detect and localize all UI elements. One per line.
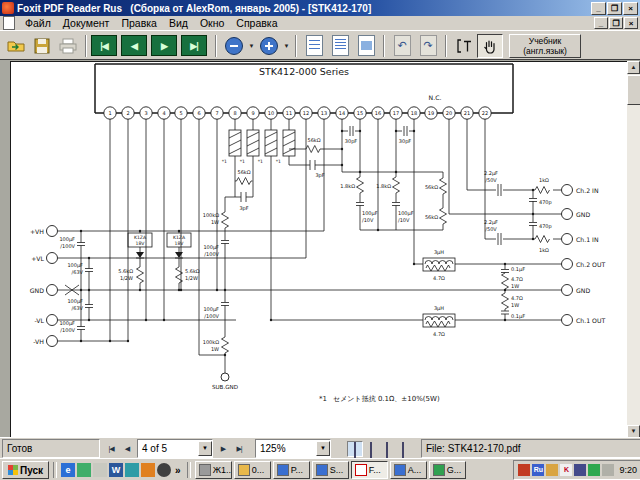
svg-text:9: 9 (251, 110, 254, 116)
tray-app-icon[interactable] (546, 464, 558, 476)
tray-kaspersky-icon[interactable]: K (560, 464, 572, 476)
quicklaunch-mail-icon[interactable] (77, 463, 91, 477)
titlebar[interactable]: Foxit PDF Reader Rus (Сборка от AlexRom,… (0, 0, 640, 16)
task-label: Ж1... (213, 465, 232, 475)
task-icon (277, 464, 289, 476)
tray-app-icon[interactable] (588, 464, 600, 476)
hand-tool-icon (482, 38, 498, 54)
zoom-out-icon (225, 37, 243, 55)
menu-help[interactable]: Справка (230, 17, 283, 29)
status-previous-page-button[interactable]: ◀ (119, 441, 135, 457)
quicklaunch-word-icon[interactable]: W (109, 463, 123, 477)
rotate-left-button[interactable]: ↶ (389, 34, 415, 58)
tray-antivirus-icon[interactable] (518, 464, 530, 476)
svg-text:K1ZA: K1ZA (173, 235, 186, 240)
fit-width-icon (306, 35, 323, 56)
layout-continuous-button[interactable] (363, 441, 379, 457)
first-page-button[interactable]: |◀ (91, 35, 117, 56)
status-last-page-button[interactable]: ▶| (231, 441, 247, 457)
quicklaunch-orange-app-icon[interactable] (141, 463, 155, 477)
fit-page-button[interactable] (353, 34, 379, 58)
scroll-up-button[interactable]: ▲ (627, 61, 640, 74)
pdf-page: STK412-000 Series N.C. 1 2 (10, 61, 627, 439)
layout-continuous-facing-button[interactable] (395, 441, 411, 457)
menu-view[interactable]: Вид (163, 17, 194, 29)
svg-text:17: 17 (393, 110, 399, 116)
child-minimize-button[interactable]: _ (594, 17, 608, 29)
layout-single-page-button[interactable] (347, 441, 363, 457)
child-close-button[interactable]: × (624, 17, 638, 29)
restore-button[interactable]: ❐ (607, 2, 622, 15)
terminal-vl-minus: -VL (34, 317, 44, 324)
taskbar-task-3[interactable]: P... (273, 461, 310, 479)
svg-text:12: 12 (303, 110, 309, 116)
svg-text:100µF: 100µF (203, 244, 219, 251)
task-icon (433, 464, 445, 476)
vertical-scrollbar[interactable]: ▲ ▼ (627, 61, 640, 438)
terminal-gnd-in: GND (576, 211, 590, 218)
svg-text:100µF: 100µF (398, 210, 414, 217)
page-combo-arrow-icon[interactable]: ▼ (198, 441, 212, 456)
svg-text:22: 22 (482, 110, 488, 116)
zoom-in-dropdown[interactable]: ▼ (282, 43, 291, 49)
scrollbar-thumb[interactable] (627, 75, 640, 105)
status-next-page-button[interactable]: ▶ (215, 441, 231, 457)
svg-text:18V: 18V (175, 241, 185, 246)
minimize-button[interactable]: _ (591, 2, 606, 15)
document-area: STK412-000 Series N.C. 1 2 (0, 59, 640, 438)
svg-text:5: 5 (179, 110, 182, 116)
quicklaunch-ie-icon[interactable]: e (61, 463, 75, 477)
hand-tool-button[interactable] (477, 34, 503, 58)
rotate-right-button[interactable]: ↷ (415, 34, 441, 58)
zoom-combo-arrow-icon[interactable]: ▼ (316, 441, 330, 456)
fit-width-button[interactable] (301, 34, 327, 58)
taskbar-separator (187, 462, 191, 478)
taskbar-task-1[interactable]: Ж1... (195, 461, 232, 479)
previous-page-button[interactable]: ◀ (121, 35, 147, 56)
zoom-out-button[interactable] (221, 34, 247, 58)
page-number-combo[interactable]: 4 of 5 ▼ (137, 439, 213, 458)
quicklaunch-frontpage-icon[interactable] (125, 463, 139, 477)
tray-language-indicator[interactable]: Ru (532, 464, 544, 476)
status-first-page-button[interactable]: |◀ (103, 441, 119, 457)
quicklaunch-opera-icon[interactable] (157, 463, 171, 477)
terminal-ch2-out: Ch.2 OUT (576, 261, 606, 268)
save-button[interactable] (29, 34, 55, 58)
tray-app-icon[interactable] (574, 464, 586, 476)
quicklaunch-overflow[interactable]: » (173, 465, 183, 476)
layout-facing-button[interactable] (379, 441, 395, 457)
taskbar-separator (53, 462, 57, 478)
tray-volume-icon[interactable] (602, 464, 614, 476)
zoom-in-button[interactable] (256, 34, 282, 58)
zoom-level-combo[interactable]: 125% ▼ (255, 439, 331, 458)
fit-visible-button[interactable] (327, 34, 353, 58)
menu-window[interactable]: Окно (194, 17, 230, 29)
open-button[interactable] (3, 34, 29, 58)
start-button[interactable]: Пуск (2, 461, 49, 479)
toolbar-separator (383, 35, 385, 57)
svg-text:1/2W: 1/2W (120, 275, 133, 281)
svg-text:2: 2 (126, 110, 129, 116)
select-text-button[interactable] (451, 34, 477, 58)
next-page-button[interactable]: ▶ (151, 35, 177, 56)
clock[interactable]: 9:20 (616, 465, 637, 475)
tutorial-button[interactable]: Учебник (англ.язык) (509, 34, 581, 58)
close-button[interactable]: × (623, 2, 638, 15)
child-restore-button[interactable]: ❐ (609, 17, 623, 29)
print-button[interactable] (55, 34, 81, 58)
svg-text:K1ZA: K1ZA (134, 235, 147, 240)
menu-edit[interactable]: Правка (115, 17, 162, 29)
menu-document[interactable]: Документ (57, 17, 116, 29)
svg-text:/100V: /100V (204, 251, 219, 257)
taskbar-task-6[interactable]: A... (390, 461, 427, 479)
zoom-out-dropdown[interactable]: ▼ (247, 43, 256, 49)
quicklaunch-desktop-icon[interactable] (93, 463, 107, 477)
taskbar-task-7[interactable]: G... (429, 461, 466, 479)
start-label: Пуск (20, 465, 43, 476)
taskbar-task-4[interactable]: S... (312, 461, 349, 479)
taskbar-task-foxit[interactable]: F... (351, 461, 388, 479)
taskbar-task-2[interactable]: 0... (234, 461, 271, 479)
last-page-button[interactable]: ▶| (181, 35, 207, 56)
taskbar: Пуск e W » Ж1... 0... P... S... F... (0, 458, 640, 480)
menu-file[interactable]: Файл (19, 17, 57, 29)
